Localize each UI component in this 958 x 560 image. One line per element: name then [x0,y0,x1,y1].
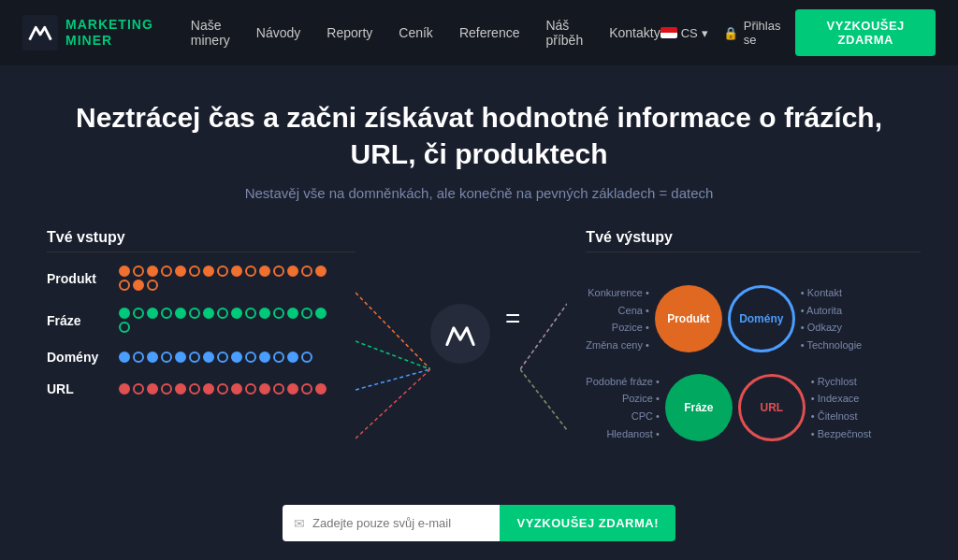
dot [119,322,130,333]
output-pair-2: Podobné fráze • Pozice • CPC • Hledanost… [586,373,921,443]
nav-navody[interactable]: Návody [256,25,300,40]
dot [147,280,158,291]
dot [175,266,186,277]
nav-kontakty[interactable]: Kontakty [609,25,660,40]
svg-line-8 [520,369,567,430]
dot [217,308,228,319]
svg-line-4 [356,369,430,438]
dot [245,308,256,319]
email-input-wrapper: ✉ [283,505,500,541]
dot [133,308,144,319]
flag-icon [660,27,677,38]
logo-text: MARKETING MINER [65,17,153,49]
dot [133,266,144,277]
nav-reporty[interactable]: Reporty [327,25,372,40]
dots-produkt [119,266,334,291]
diagram-section: Tvé vstupy Produkt [0,229,958,472]
bottom-cta: ✉ VYZKOUŠEJ ZDARMA! [283,505,675,541]
dot [259,266,270,277]
input-label-fraze: Fráze [47,313,108,328]
outputs-title: Tvé výstupy [586,229,921,252]
dot [189,308,200,319]
main-nav: Naše minery Návody Reporty Ceník Referen… [191,18,660,48]
outputs-wrapper: Konkurence • Cena • Pozice • Změna ceny … [586,266,921,443]
dot [273,352,284,363]
hero-subheadline: Nestavěj vše na domněnkách, ale konečně … [56,185,902,201]
output-labels-domeny: • Kontakt • Autorita • Odkazy • Technolo… [801,284,862,354]
dot [133,383,144,395]
input-row-fraze: Fráze [47,308,356,333]
dot [301,383,312,395]
nav-nase-minery[interactable]: Naše minery [191,18,230,48]
dot [315,308,327,319]
dot [161,266,172,277]
dot [273,308,284,319]
nav-reference[interactable]: Reference [459,25,520,40]
dot [175,308,186,319]
dot [273,266,284,277]
chevron-down-icon: ▾ [702,26,708,40]
dot [189,352,200,363]
mm-logo-icon [443,320,477,348]
lang-label: CS [681,26,698,40]
logo[interactable]: MARKETING MINER [22,15,153,50]
dot [315,266,327,277]
svg-line-7 [520,369,567,430]
dot [175,352,186,363]
inputs-title: Tvé vstupy [47,229,356,252]
dot [287,352,298,363]
dot [217,352,228,363]
dot [287,266,298,277]
dot [245,383,256,395]
dot [147,352,158,363]
dot [259,383,270,395]
header-cta-button[interactable]: VYZKOUŠEJ ZDARMA [795,9,936,56]
dot [287,308,298,319]
input-label-url: URL [47,381,108,396]
dot [217,266,228,277]
svg-line-1 [356,293,430,369]
equals-sign: = [505,229,520,334]
dot [147,383,158,395]
lang-selector[interactable]: CS ▾ [660,26,708,40]
lock-icon: 🔒 [723,26,738,40]
output-circle-domeny: Domény [728,285,795,352]
center-logo-area [430,304,490,364]
dot [119,280,130,291]
output-circle-produkt: Produkt [655,285,722,352]
dots-fraze [119,308,334,333]
nav-cenik[interactable]: Ceník [399,25,433,40]
dot [315,383,327,395]
input-row-url: URL [47,381,356,396]
login-label: Přihlas se [744,19,781,47]
hero-headline: Neztrácej čas a začni získávat hodnotné … [56,99,902,172]
dot [203,308,214,319]
dot [119,383,130,395]
dot [119,308,130,319]
dot [259,352,270,363]
dot [245,266,256,277]
dots-domeny [119,352,334,363]
dot [301,352,312,363]
svg-line-6 [520,304,567,369]
login-button[interactable]: 🔒 Přihlas se [723,19,781,47]
dot [301,266,312,277]
email-icon: ✉ [294,516,305,531]
nav-nas-pribeh[interactable]: Náš příběh [545,18,583,48]
dot [259,308,270,319]
dot [273,383,284,395]
output-labels-produkt: Konkurence • Cena • Pozice • Změna ceny … [586,284,648,354]
output-arrows [520,266,567,472]
dot [161,352,172,363]
dot [175,383,186,395]
input-row-domeny: Domény [47,350,356,365]
cta-submit-button[interactable]: VYZKOUŠEJ ZDARMA! [500,505,675,541]
output-labels-url: • Rychlost • Indexace • Čitelnost • Bezp… [811,373,871,443]
email-input[interactable] [312,505,488,541]
output-circle-fraze: Fráze [665,374,733,441]
dot [147,308,158,319]
dot [301,308,312,319]
dot [161,383,172,395]
dot [231,266,242,277]
dot [133,352,144,363]
